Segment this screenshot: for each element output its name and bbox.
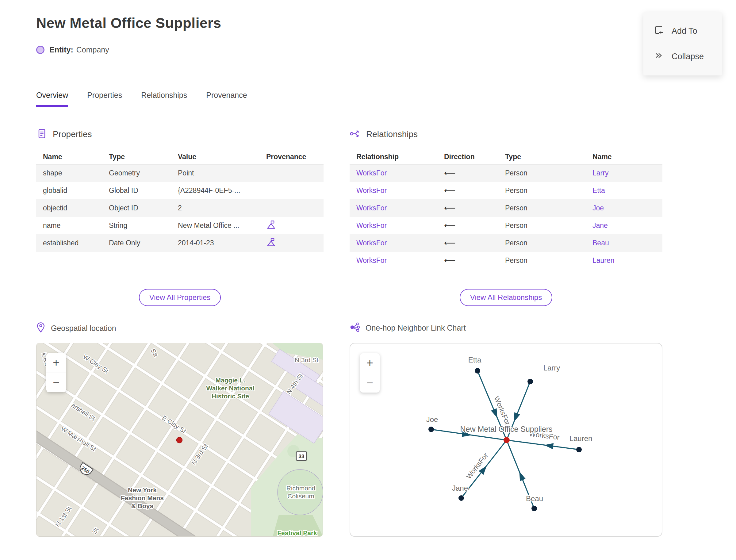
relationships-title: Relationships bbox=[366, 129, 418, 139]
view-all-relationships-button[interactable]: View All Relationships bbox=[460, 289, 552, 306]
related-entity-link[interactable]: Joe bbox=[592, 204, 604, 212]
node-joe[interactable] bbox=[428, 427, 434, 432]
chart-edge-labels: WorksFor WorksFor WorksFor bbox=[465, 395, 560, 480]
direction-left-arrow: ⟵ bbox=[437, 168, 498, 178]
property-name: globalid bbox=[36, 186, 102, 195]
col-name: Name bbox=[586, 153, 662, 161]
node-etta[interactable] bbox=[475, 368, 480, 374]
related-entity-link[interactable]: Etta bbox=[592, 186, 605, 194]
col-value: Value bbox=[171, 153, 259, 161]
add-to-icon bbox=[654, 25, 664, 37]
property-name: shape bbox=[36, 169, 102, 177]
map-canvas[interactable]: W Clay St Sa k Rd arshall St W Marshall … bbox=[36, 343, 323, 537]
tab-overview[interactable]: Overview bbox=[36, 91, 68, 107]
geospatial-map[interactable]: + − bbox=[36, 343, 323, 537]
node-center-entity[interactable] bbox=[504, 437, 510, 443]
node-label-etta: Etta bbox=[468, 356, 481, 364]
relationship-link[interactable]: WorksFor bbox=[356, 256, 387, 264]
collapse-button[interactable]: Collapse bbox=[643, 44, 722, 69]
related-type: Person bbox=[498, 186, 586, 195]
related-type: Person bbox=[498, 239, 586, 247]
add-to-label: Add To bbox=[672, 26, 697, 36]
property-type: Date Only bbox=[102, 239, 171, 247]
relationship-link[interactable]: WorksFor bbox=[356, 186, 387, 194]
node-label-larry: Larry bbox=[543, 364, 560, 372]
geospatial-section-header: Geospatial location bbox=[36, 322, 116, 334]
entity-type-row: Entity: Company bbox=[36, 45, 109, 54]
property-value: 2 bbox=[171, 204, 259, 212]
relationship-link[interactable]: WorksFor bbox=[356, 239, 387, 247]
tab-bar: Overview Properties Relationships Proven… bbox=[36, 91, 247, 107]
col-direction: Direction bbox=[437, 153, 498, 161]
tab-relationships[interactable]: Relationships bbox=[141, 91, 187, 107]
table-row: globalid Global ID {A228944F-0EF5-... bbox=[36, 182, 324, 199]
chart-zoom-in-button[interactable]: + bbox=[360, 353, 380, 373]
relationship-link[interactable]: WorksFor bbox=[356, 204, 387, 212]
chart-zoom-out-button[interactable]: − bbox=[360, 373, 380, 393]
table-row: WorksFor ⟵ Person Jane bbox=[350, 217, 662, 234]
tab-provenance[interactable]: Provenance bbox=[206, 91, 247, 107]
provenance-flag-icon[interactable] bbox=[259, 220, 324, 232]
direction-left-arrow: ⟵ bbox=[437, 203, 498, 213]
table-row: established Date Only 2014-01-23 bbox=[36, 234, 324, 252]
table-row: WorksFor ⟵ Person Lauren bbox=[350, 252, 662, 269]
actions-card: Add To Collapse bbox=[643, 12, 722, 75]
map-zoom-out-button[interactable]: − bbox=[46, 373, 66, 392]
svg-text:Festival Park: Festival Park bbox=[277, 529, 317, 536]
node-jane[interactable] bbox=[458, 495, 464, 501]
edge-lauren-center bbox=[507, 440, 579, 450]
entity-type-icon bbox=[36, 46, 44, 54]
svg-text:33: 33 bbox=[299, 454, 305, 459]
related-type: Person bbox=[498, 256, 586, 265]
related-type: Person bbox=[498, 221, 586, 230]
map-zoom-in-button[interactable]: + bbox=[46, 353, 66, 373]
tab-properties[interactable]: Properties bbox=[87, 91, 122, 107]
node-beau[interactable] bbox=[531, 506, 537, 511]
property-name: objectid bbox=[36, 204, 102, 212]
page-title: New Metal Office Suppliers bbox=[36, 15, 221, 31]
add-to-button[interactable]: Add To bbox=[643, 18, 722, 44]
related-entity-link[interactable]: Beau bbox=[592, 239, 609, 247]
property-type: Geometry bbox=[102, 169, 171, 177]
svg-text:New York: New York bbox=[128, 486, 157, 493]
node-lauren[interactable] bbox=[576, 447, 582, 452]
link-chart-icon bbox=[350, 322, 360, 334]
svg-text:Fashion Mens: Fashion Mens bbox=[121, 494, 164, 501]
svg-text:N 3rd St: N 3rd St bbox=[295, 356, 318, 363]
node-label-jane: Jane bbox=[452, 484, 468, 492]
relationship-link[interactable]: WorksFor bbox=[356, 169, 387, 177]
col-type: Type bbox=[102, 153, 171, 161]
properties-section: Properties Name Type Value Provenance sh… bbox=[36, 128, 324, 252]
properties-title: Properties bbox=[53, 129, 92, 139]
entity-type-value: Company bbox=[76, 45, 109, 54]
related-entity-link[interactable]: Lauren bbox=[592, 256, 615, 264]
entity-location-marker[interactable] bbox=[177, 437, 182, 443]
svg-text:Maggie L.: Maggie L. bbox=[216, 377, 245, 384]
geospatial-title: Geospatial location bbox=[51, 324, 116, 333]
link-chart-canvas[interactable]: WorksFor WorksFor WorksFor Etta Larry Jo… bbox=[350, 343, 662, 536]
collapse-label: Collapse bbox=[672, 52, 704, 61]
view-all-properties-button[interactable]: View All Properties bbox=[139, 289, 221, 306]
table-row: WorksFor ⟵ Person Etta bbox=[350, 182, 662, 199]
related-entity-link[interactable]: Larry bbox=[592, 169, 608, 177]
property-name: established bbox=[36, 239, 102, 247]
related-entity-link[interactable]: Jane bbox=[592, 221, 608, 229]
property-value: 2014-01-23 bbox=[171, 239, 259, 247]
relationship-link[interactable]: WorksFor bbox=[356, 221, 387, 229]
direction-left-arrow: ⟵ bbox=[437, 186, 498, 195]
svg-text:Coliseum: Coliseum bbox=[287, 493, 314, 500]
property-type: Object ID bbox=[102, 204, 171, 212]
map-zoom-control: + − bbox=[46, 353, 66, 392]
chart-node-labels: Etta Larry Joe Jane Beau Lauren New Meta… bbox=[426, 356, 592, 503]
svg-text:Richmond: Richmond bbox=[286, 485, 316, 492]
properties-table: Name Type Value Provenance shape Geometr… bbox=[36, 150, 324, 252]
node-larry[interactable] bbox=[527, 379, 533, 384]
entity-overview-page: New Metal Office Suppliers Entity: Compa… bbox=[0, 0, 736, 560]
node-label-lauren: Lauren bbox=[569, 434, 592, 443]
chart-zoom-control: + − bbox=[360, 353, 380, 393]
property-value: New Metal Office ... bbox=[171, 221, 259, 230]
provenance-flag-icon[interactable] bbox=[259, 237, 324, 249]
col-relationship: Relationship bbox=[350, 153, 437, 161]
node-label-center-entity: New Metal Office Suppliers bbox=[460, 425, 552, 433]
one-hop-link-chart[interactable]: + − WorksFor WorksFor bbox=[350, 343, 662, 537]
